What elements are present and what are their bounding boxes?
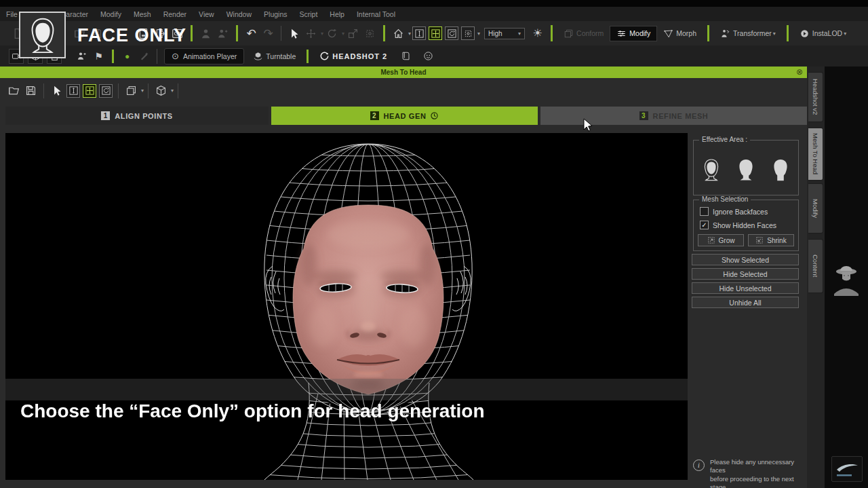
menu-internal-tool[interactable]: Internal Tool <box>351 10 401 18</box>
panel-move-vertical-icon[interactable] <box>66 84 80 98</box>
panel-layers-icon[interactable] <box>123 82 140 100</box>
panel-cube-caret-icon[interactable]: ▾ <box>171 88 174 94</box>
window-top-strip <box>0 0 868 7</box>
frame-all-icon[interactable] <box>429 26 442 40</box>
stage-1-label: ALIGN POINTS <box>115 112 172 120</box>
orbit-view-icon[interactable] <box>445 26 458 40</box>
menu-view[interactable]: View <box>193 10 220 18</box>
record-status-icon[interactable]: ● <box>119 48 136 65</box>
headshot-tab[interactable]: HEADSHOT 2 <box>313 49 393 63</box>
note-line-2: before proceeding to the next stage. <box>710 475 794 488</box>
transformer-label: Transformer <box>733 29 772 37</box>
show-selected-button[interactable]: Show Selected <box>692 254 799 265</box>
menu-render[interactable]: Render <box>157 10 193 18</box>
pivot-tool-icon[interactable] <box>361 24 378 42</box>
camera-pivot-caret-icon[interactable]: ▾ <box>477 31 480 37</box>
mesh-to-head-titlebar[interactable]: Mesh To Head ⊗ <box>0 67 807 78</box>
flag-icon[interactable]: ⚑ <box>90 48 107 65</box>
stage-3-label: REFINE MESH <box>653 112 709 120</box>
app-window: File Character Modify Mesh Render View W… <box>0 0 868 488</box>
effective-area-face-only-icon[interactable] <box>699 154 724 185</box>
panel-move-all-icon[interactable] <box>83 84 96 98</box>
quality-select[interactable]: High ▾ <box>484 28 525 39</box>
camera-pivot-icon[interactable] <box>461 26 475 40</box>
effective-area-group: Effective Area : <box>693 140 799 195</box>
content-bust-thumbnail[interactable] <box>830 262 863 296</box>
stage-refine-mesh-button[interactable]: 3 REFINE MESH <box>540 107 807 125</box>
menu-mesh[interactable]: Mesh <box>127 10 157 18</box>
menu-plugins[interactable]: Plugins <box>258 10 293 18</box>
info-icon: i <box>693 459 705 471</box>
select-tool-icon[interactable] <box>285 24 302 42</box>
show-hidden-faces-row[interactable]: ✓ Show Hidden Faces <box>700 221 776 229</box>
unhide-all-button[interactable]: Unhide All <box>692 297 799 308</box>
effective-area-head-icon[interactable] <box>734 154 758 185</box>
grow-icon <box>707 236 715 244</box>
hide-unselected-button[interactable]: Hide Unselected <box>692 282 799 294</box>
toolbar-divider <box>551 25 553 41</box>
panel-mesh-cube-icon[interactable] <box>153 82 170 100</box>
grow-button[interactable]: Grow <box>698 234 744 246</box>
scale-tool-icon[interactable] <box>344 24 361 42</box>
panel-save-icon[interactable] <box>22 82 39 100</box>
character-pose-icon[interactable] <box>214 24 231 42</box>
redo-icon[interactable]: ↷ <box>260 24 277 42</box>
animation-player-button[interactable]: ⊙ Animation Player <box>164 48 244 64</box>
panel-open-icon[interactable] <box>5 82 22 100</box>
stage-align-points-button[interactable]: 1 ALIGN POINTS <box>5 107 269 125</box>
tab-mesh-to-head[interactable]: Mesh To Head <box>808 128 823 181</box>
panel-divider <box>118 83 119 98</box>
instalod-caret-icon: ▾ <box>844 31 846 37</box>
menu-modify[interactable]: Modify <box>94 10 127 18</box>
modify-button[interactable]: Modify <box>610 26 657 41</box>
stage-head-gen-button[interactable]: 2 HEAD GEN <box>271 107 538 125</box>
close-panel-icon[interactable]: ⊗ <box>796 67 803 77</box>
instalod-label: InstaLOD <box>812 29 842 37</box>
hide-selected-button[interactable]: Hide Selected <box>692 268 799 280</box>
panel-divider <box>148 83 149 98</box>
morph-button[interactable]: Morph <box>657 26 703 41</box>
tutorial-caption: Choose the “Face Only” option for head g… <box>20 400 485 422</box>
turntable-button[interactable]: Turntable <box>247 49 302 63</box>
move-tool-icon[interactable] <box>302 24 319 42</box>
panel-layers-caret-icon[interactable]: ▾ <box>141 88 144 94</box>
home-view-caret-icon[interactable]: ▾ <box>408 31 411 37</box>
processing-clock-icon <box>430 111 439 120</box>
secondary-toolbar: ⚑ ● ⊙ Animation Player Turntable HEADSHO… <box>0 45 868 67</box>
shrink-button[interactable]: Shrink <box>748 234 794 246</box>
effective-area-head-neck-icon[interactable] <box>768 154 793 185</box>
ignore-backfaces-checkbox[interactable] <box>700 207 709 216</box>
panel-divider <box>43 83 44 98</box>
panel-select-icon[interactable] <box>48 82 65 100</box>
frame-vertical-icon[interactable] <box>412 26 426 40</box>
brand-thumbnail[interactable] <box>831 456 863 482</box>
ignore-backfaces-row[interactable]: Ignore Backfaces <box>700 207 768 216</box>
panel-rotate-icon[interactable] <box>99 84 113 98</box>
lighting-icon[interactable]: ☀ <box>529 24 546 42</box>
note-line-1: Please hide any unnecessary faces <box>710 458 794 474</box>
transformer-button[interactable]: Transformer ▾ <box>714 26 782 41</box>
menu-help[interactable]: Help <box>323 10 351 18</box>
tab-content[interactable]: Content <box>808 239 823 293</box>
menu-script[interactable]: Script <box>294 10 324 18</box>
show-hidden-faces-checkbox[interactable]: ✓ <box>700 221 709 229</box>
mesh-to-head-title: Mesh To Head <box>380 69 426 76</box>
undo-icon[interactable]: ↶ <box>243 24 260 42</box>
reference-doc-icon[interactable] <box>397 48 414 65</box>
home-view-icon[interactable] <box>390 24 407 42</box>
toolbar-divider <box>787 25 789 41</box>
rotate-tool-icon[interactable] <box>323 24 340 42</box>
edit-pose-icon[interactable] <box>136 48 153 65</box>
instalod-button[interactable]: InstaLOD ▾ <box>793 26 852 41</box>
mesh-to-head-toolbar: ▾ ▾ <box>0 78 807 103</box>
menu-window[interactable]: Window <box>220 10 258 18</box>
conform-button[interactable]: Conform <box>557 26 610 41</box>
mesh-selection-group: Mesh Selection Ignore Backfaces ✓ Show H… <box>693 200 799 251</box>
viewport-3d[interactable] <box>5 133 688 480</box>
face-profile-icon[interactable] <box>420 48 437 65</box>
tab-modify[interactable]: Modify <box>808 183 823 233</box>
character-group-icon[interactable] <box>73 48 90 65</box>
character-lock-icon[interactable] <box>197 24 214 42</box>
tab-headshot-v2[interactable]: Headshot v2 <box>808 72 823 122</box>
toolbar-divider <box>191 25 193 41</box>
